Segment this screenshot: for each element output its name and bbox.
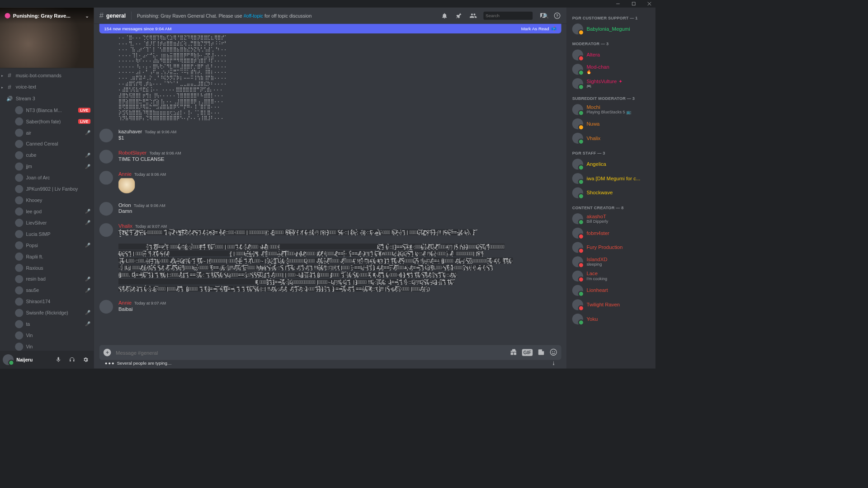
message-author[interactable]: Annie <box>118 300 132 306</box>
hash-icon: # <box>99 11 104 20</box>
member-status: 🔥 <box>586 70 609 75</box>
new-messages-bar[interactable]: 154 new messages since 9:04 AM Mark As R… <box>99 24 561 33</box>
gif-icon[interactable]: GIF <box>522 349 533 356</box>
member[interactable]: Fury Production <box>570 240 653 255</box>
voice-user[interactable]: Lucia SIMP <box>0 228 94 239</box>
help-icon[interactable]: ? <box>553 11 561 19</box>
user-panel: Naijeru <box>0 351 94 368</box>
member-avatar <box>572 64 583 75</box>
member[interactable]: akashoTBill Dipperly <box>570 211 653 226</box>
voice-user-avatar <box>15 174 23 182</box>
message-avatar[interactable] <box>99 171 113 185</box>
inbox-icon[interactable] <box>539 11 547 19</box>
text-channel[interactable]: ▸#voice-text <box>0 81 94 93</box>
member[interactable]: iwa [DM Megumi for c... <box>570 171 653 186</box>
voice-user-name: air <box>26 130 82 135</box>
voice-user[interactable]: Shiraori174 <box>0 296 94 307</box>
message-avatar[interactable] <box>99 223 113 237</box>
message-avatar[interactable] <box>99 129 113 142</box>
topic-text-2: for off topic discussion <box>263 13 311 18</box>
member[interactable]: Mod-chan🔥 <box>570 62 653 76</box>
voice-user[interactable]: jjm🎤̸ <box>0 161 94 172</box>
voice-user[interactable]: Vin <box>0 341 94 351</box>
member[interactable]: LaceI'm cooking <box>570 269 653 283</box>
emoji-image <box>118 178 135 194</box>
server-header[interactable]: Punishing: Gray Rave... ⌄ <box>0 8 94 68</box>
member[interactable]: Altera <box>570 48 653 62</box>
voice-user[interactable]: lee god🎤̸ <box>0 206 94 217</box>
voice-user-avatar <box>15 309 23 317</box>
message-avatar[interactable] <box>99 150 113 164</box>
window-minimize[interactable] <box>613 0 623 8</box>
member[interactable]: Nuwa <box>570 117 653 131</box>
voice-user-avatar <box>15 106 23 114</box>
member[interactable]: IslandXDsleeping <box>570 254 653 269</box>
voice-user[interactable]: Popsi🎤̸ <box>0 239 94 251</box>
voice-user[interactable]: JPKun9902 | Liv Fanboy <box>0 183 94 195</box>
bell-icon[interactable] <box>440 11 448 19</box>
voice-channel[interactable]: 🔊Stream 3 <box>0 93 94 104</box>
search-input[interactable] <box>486 13 543 18</box>
voice-user[interactable]: air🎤̸ <box>0 127 94 138</box>
member[interactable]: Angelica <box>570 157 653 171</box>
voice-user[interactable]: NT3 (Bianca M...LIVE <box>0 104 94 116</box>
mark-as-read[interactable]: Mark As Read <box>521 26 549 31</box>
member[interactable]: Lionheart <box>570 283 653 298</box>
member[interactable]: Vhalix <box>570 131 653 145</box>
voice-user[interactable]: cube🎤̸ <box>0 150 94 161</box>
message-input[interactable] <box>116 350 505 356</box>
voice-user[interactable]: Raplii ft. <box>0 251 94 262</box>
voice-user-name: LievSilver <box>26 220 82 225</box>
window-maximize[interactable] <box>629 0 638 8</box>
voice-user[interactable]: Raxious <box>0 262 94 273</box>
voice-user[interactable]: Joan of Arc <box>0 172 94 183</box>
voice-user[interactable]: resin bad🎤̸ <box>0 273 94 285</box>
mic-icon[interactable] <box>53 354 64 365</box>
pin-icon[interactable] <box>455 11 463 19</box>
jump-to-present[interactable]: ⭳ <box>552 361 556 366</box>
emoji-icon[interactable] <box>550 348 557 357</box>
self-avatar[interactable] <box>3 354 14 365</box>
voice-user[interactable]: Vin <box>0 330 94 341</box>
voice-user[interactable]: Saber(from fate)LIVE <box>0 116 94 127</box>
channel-topic[interactable]: Punishing: Gray Raven General Chat. Plea… <box>137 13 438 18</box>
gear-icon[interactable] <box>80 354 91 365</box>
member[interactable]: Twilight Raven <box>570 298 653 312</box>
member-name: IslandXD <box>586 257 607 262</box>
chevron-down-icon[interactable]: ⌄ <box>85 13 89 19</box>
channel-name: Stream 3 <box>16 96 35 101</box>
text-channel[interactable]: ▸#music-bot-commands <box>0 70 94 81</box>
voice-user[interactable]: ta🎤̸ <box>0 319 94 330</box>
message-author[interactable]: kazuhaver <box>118 129 142 135</box>
search-box[interactable]: 🔍 <box>483 11 533 19</box>
voice-user-avatar <box>15 275 23 283</box>
gift-icon[interactable] <box>509 348 517 357</box>
voice-user[interactable]: Canned Cereal <box>0 138 94 150</box>
topic-link[interactable]: #off-topic <box>244 13 263 18</box>
attach-plus-icon[interactable]: ＋ <box>104 349 111 357</box>
message-input-box[interactable]: ＋ GIF <box>99 345 561 360</box>
message-author[interactable]: RobotSlayer <box>118 150 146 156</box>
header-divider <box>131 11 132 19</box>
voice-user[interactable]: sau5e🎤̸ <box>0 285 94 296</box>
sticker-icon[interactable] <box>538 348 545 357</box>
message-avatar[interactable] <box>99 300 113 314</box>
voice-user[interactable]: Khooey <box>0 194 94 206</box>
member[interactable]: MochiPlaying BlueStacks 5 📺 <box>570 103 653 117</box>
voice-user[interactable]: Swisnife (Rickridge)🎤̸ <box>0 307 94 319</box>
message-avatar[interactable] <box>99 202 113 216</box>
message-author[interactable]: Vhalix <box>118 223 132 229</box>
voice-user[interactable]: LievSilver🎤̸ <box>0 217 94 228</box>
headphones-icon[interactable] <box>66 354 77 365</box>
member[interactable]: fobm4ster <box>570 226 653 240</box>
message-author[interactable]: Annie <box>118 171 132 177</box>
message-author[interactable]: Orion <box>118 202 131 208</box>
member[interactable]: SightsVulture ✦🎮 <box>570 76 653 91</box>
mic-muted-icon: 🎤̸ <box>85 130 90 135</box>
window-close[interactable] <box>645 0 654 8</box>
voice-user-name: Raxious <box>26 265 90 270</box>
member[interactable]: Yoku <box>570 312 653 326</box>
member[interactable]: Babylonia_Megumi <box>570 22 653 36</box>
member[interactable]: Shockwave <box>570 186 653 200</box>
members-icon[interactable] <box>469 11 477 19</box>
